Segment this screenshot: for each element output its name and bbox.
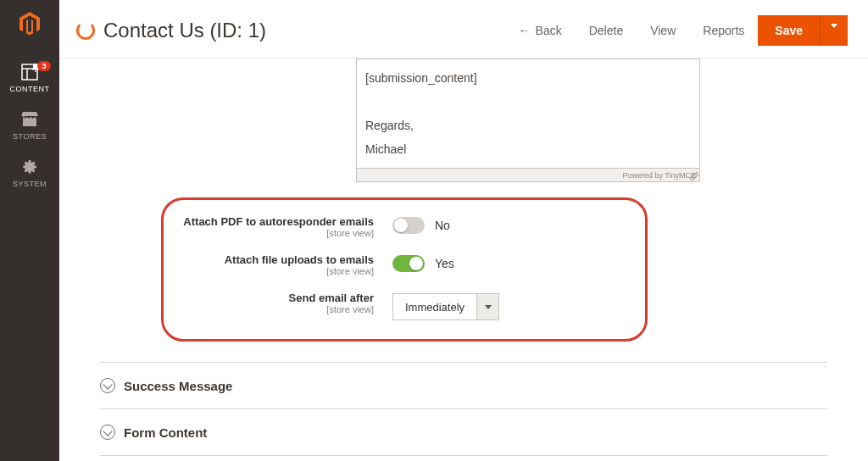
section-customer-groups[interactable]: Customer Groups xyxy=(100,455,827,461)
nav-label: SYSTEM xyxy=(13,180,47,188)
loading-spinner-icon xyxy=(76,21,95,40)
magento-logo[interactable] xyxy=(14,8,45,39)
caret-down-icon xyxy=(485,305,492,309)
caret-down-icon xyxy=(831,24,837,28)
section-form-content[interactable]: Form Content xyxy=(100,408,827,455)
toggle-value: No xyxy=(435,219,450,232)
nav-content[interactable]: CONTENT 3 xyxy=(0,54,59,102)
gear-icon xyxy=(20,158,39,176)
nav-label: STORES xyxy=(13,132,47,141)
notification-badge: 3 xyxy=(37,61,51,71)
resize-handle[interactable] xyxy=(690,172,698,181)
send-after-select[interactable]: Immediately xyxy=(392,293,499,320)
nav-system[interactable]: SYSTEM xyxy=(0,149,59,197)
editor-line: Regards, xyxy=(365,114,691,137)
attach-files-toggle[interactable] xyxy=(392,255,425,272)
select-dropdown[interactable] xyxy=(476,294,498,319)
delete-button[interactable]: Delete xyxy=(576,17,637,44)
collapse-icon xyxy=(100,425,115,440)
page-title: Contact Us (ID: 1) xyxy=(103,19,266,42)
field-label: Send email after xyxy=(172,292,374,304)
field-scope: [store view] xyxy=(172,304,374,314)
back-button[interactable]: ← Back xyxy=(505,17,576,44)
save-button[interactable]: Save xyxy=(758,15,820,46)
section-success-message[interactable]: Success Message xyxy=(100,362,827,408)
view-button[interactable]: View xyxy=(637,17,689,44)
field-scope: [store view] xyxy=(172,266,374,276)
field-label: Attach PDF to autoresponder emails xyxy=(172,215,374,228)
collapse-icon xyxy=(100,378,115,393)
editor-line: [submission_content] xyxy=(365,66,691,90)
field-label: Attach file uploads to emails xyxy=(172,253,374,266)
attach-pdf-toggle[interactable] xyxy=(392,217,425,234)
page-header: Contact Us (ID: 1) ← Back Delete View Re… xyxy=(59,0,868,58)
editor-footer: Powered by TinyMCE xyxy=(357,168,699,181)
wysiwyg-editor[interactable]: [submission_content] Regards, Michael Po… xyxy=(356,58,700,182)
editor-line: Michael xyxy=(365,137,691,161)
toggle-value: Yes xyxy=(435,257,454,270)
nav-label: CONTENT xyxy=(10,85,50,93)
arrow-left-icon: ← xyxy=(519,24,531,37)
stores-icon xyxy=(20,110,39,129)
nav-stores[interactable]: STORES xyxy=(0,102,59,149)
reports-button[interactable]: Reports xyxy=(689,17,758,44)
field-scope: [store view] xyxy=(172,228,374,238)
highlighted-settings: Attach PDF to autoresponder emails [stor… xyxy=(161,197,648,342)
save-dropdown[interactable] xyxy=(820,15,848,46)
admin-sidebar: CONTENT 3 STORES SYSTEM xyxy=(0,0,59,461)
